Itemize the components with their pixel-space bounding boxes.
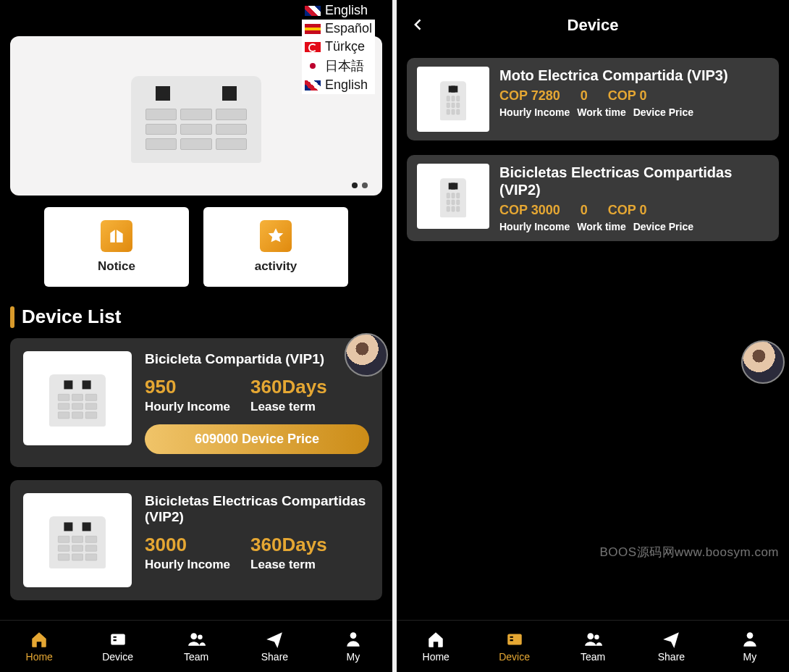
topbar: Device: [407, 7, 779, 43]
owned-device-card[interactable]: Bicicletas Electricas Compartidas (VIP2)…: [407, 155, 779, 241]
activity-card[interactable]: activity: [203, 207, 348, 287]
nav-share[interactable]: Share: [632, 621, 710, 672]
hourly-label: Hourly Income: [499, 106, 570, 118]
team-icon: [583, 630, 602, 649]
language-option-label: 日本語: [325, 57, 364, 75]
back-button[interactable]: [411, 14, 426, 37]
svg-point-1: [190, 633, 197, 639]
nav-label: Team: [184, 651, 208, 663]
page-title: Device: [568, 16, 619, 35]
device-list-title: Device List: [22, 306, 121, 328]
price-value: COP 0: [608, 203, 647, 218]
notice-label: Notice: [98, 259, 135, 274]
support-avatar[interactable]: [345, 333, 388, 377]
language-option-jp[interactable]: 日本語: [302, 56, 375, 76]
my-icon: [344, 630, 363, 649]
chevron-left-icon: [411, 17, 426, 32]
device-card[interactable]: Bicicletas Electricas Compartidas (VIP2)…: [10, 480, 382, 600]
notice-icon: [101, 220, 132, 252]
device-list-header: Device List: [10, 306, 382, 328]
hourly-value: 3000: [145, 534, 230, 556]
svg-rect-0: [111, 634, 125, 644]
share-icon: [662, 630, 680, 649]
nav-label: Home: [26, 651, 53, 663]
device-title: Moto Electrica Compartida (VIP3): [499, 67, 769, 84]
lease-value: 360Days: [250, 376, 327, 398]
lease-label: Lease term: [250, 558, 327, 572]
activity-icon: [260, 220, 292, 252]
flag-icon: [305, 6, 321, 16]
worktime-value: 0: [581, 203, 588, 218]
price-value: COP 0: [608, 88, 647, 104]
home-icon: [426, 630, 445, 649]
lease-value: 360Days: [250, 534, 327, 556]
carousel-dots[interactable]: [352, 182, 368, 188]
home-icon: [30, 630, 48, 649]
owned-device-card[interactable]: Moto Electrica Compartida (VIP3) COP 728…: [407, 58, 779, 140]
bottom-nav: Home Device Team Share My: [0, 620, 392, 672]
notice-card[interactable]: Notice: [44, 207, 189, 287]
nav-my[interactable]: My: [314, 621, 392, 672]
worktime-value: 0: [581, 88, 588, 104]
nav-home[interactable]: Home: [397, 621, 475, 672]
language-option-label: English: [325, 77, 368, 93]
hourly-label: Hourly Income: [145, 558, 230, 572]
svg-rect-4: [507, 634, 522, 644]
device-title: Bicicletas Electricas Compartidas (VIP2): [145, 493, 369, 525]
nav-share[interactable]: Share: [235, 621, 313, 672]
device-image: [124, 69, 269, 163]
price-label: Device Price: [633, 106, 693, 118]
device-thumb: [23, 351, 132, 445]
worktime-label: Work time: [577, 221, 625, 232]
nav-team[interactable]: Team: [157, 621, 235, 672]
team-icon: [187, 630, 206, 649]
lease-label: Lease term: [250, 400, 327, 414]
nav-team[interactable]: Team: [554, 621, 632, 672]
nav-device[interactable]: Device: [475, 621, 553, 672]
nav-my[interactable]: My: [711, 621, 789, 672]
svg-point-5: [587, 633, 594, 639]
language-current[interactable]: English: [302, 1, 375, 20]
watermark: BOOS源码网www.boosym.com: [599, 544, 779, 560]
device-price-button[interactable]: 609000 Device Price: [145, 424, 369, 454]
svg-point-7: [746, 632, 753, 639]
my-icon: [741, 630, 759, 649]
language-option-es[interactable]: Español: [302, 20, 375, 38]
flag-icon: [305, 42, 321, 52]
device-icon: [505, 630, 524, 649]
hourly-value: COP 3000: [499, 203, 560, 218]
activity-label: activity: [255, 259, 298, 274]
device-card[interactable]: Bicicleta Compartida (VIP1) 950 Hourly I…: [10, 338, 382, 467]
price-label: Device Price: [633, 221, 693, 232]
nav-device[interactable]: Device: [78, 621, 156, 672]
flag-icon: [305, 80, 321, 91]
phone-home: English Español Türkçe 日本語: [0, 0, 392, 672]
hourly-label: Hourly Income: [145, 400, 230, 414]
share-icon: [265, 630, 284, 649]
hourly-label: Hourly Income: [499, 221, 570, 232]
device-thumb: [417, 67, 489, 132]
device-title: Bicicleta Compartida (VIP1): [145, 351, 369, 367]
device-icon: [109, 630, 127, 649]
device-thumb: [417, 164, 489, 229]
nav-label: Device: [499, 651, 530, 663]
nav-label: Device: [102, 651, 133, 663]
hourly-value: 950: [145, 376, 230, 398]
svg-point-6: [594, 635, 599, 640]
language-option-label: Türkçe: [325, 39, 365, 54]
nav-home[interactable]: Home: [0, 621, 78, 672]
nav-label: Home: [423, 651, 450, 663]
flag-icon: [305, 24, 321, 34]
language-option-en[interactable]: English: [302, 76, 375, 94]
language-option-tr[interactable]: Türkçe: [302, 38, 375, 56]
language-switcher[interactable]: English Español Türkçe 日本語: [302, 1, 375, 94]
nav-label: Share: [658, 651, 685, 663]
flag-icon: [305, 61, 321, 71]
svg-point-3: [350, 632, 356, 639]
language-menu: Español Türkçe 日本語 English: [302, 20, 375, 94]
phone-device: Device Moto Electrica Compartida (VIP3) …: [397, 0, 789, 672]
nav-label: My: [346, 651, 360, 663]
support-avatar[interactable]: [741, 340, 785, 384]
svg-point-2: [198, 635, 203, 640]
device-thumb: [23, 493, 132, 587]
